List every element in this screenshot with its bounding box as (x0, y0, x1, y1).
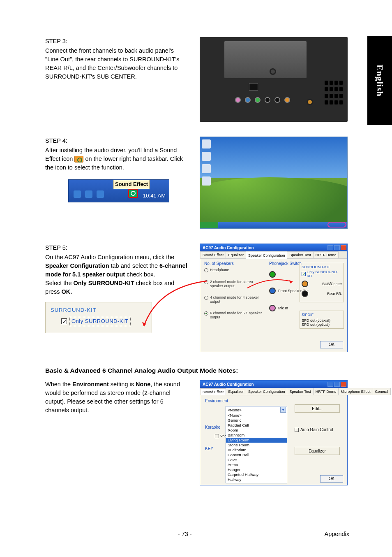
window-title: AC97 Audio Configuration (203, 246, 254, 250)
window-controls[interactable] (327, 245, 346, 250)
edit-button[interactable]: Edit... (295, 404, 340, 413)
language-tab-label: English (374, 65, 385, 97)
environment-option[interactable]: Room (226, 428, 287, 433)
environment-dropdown[interactable]: <None>▾ <None>GenericPadded CellRoomBath… (226, 406, 287, 483)
spdif-groupbox: S/PDIF SPD out (coaxial) SPD out (optica… (300, 311, 344, 329)
phonejack-label: Phonejack Switch (269, 261, 302, 266)
tab-equalizer[interactable]: Equalizer (226, 251, 246, 258)
notes-row: When the Environment setting is None, th… (45, 380, 349, 485)
opt-2ch[interactable]: 2 channel mode for stereo speaker output (204, 280, 266, 288)
environment-option-list[interactable]: <None>GenericPadded CellRoomBathroomLivi… (226, 413, 287, 483)
section-name: Appendix (325, 531, 349, 537)
language-tab: English (367, 36, 392, 125)
notes-body: When the Environment setting is None, th… (45, 380, 187, 415)
tab-bar[interactable]: Sound Effect Equalizer Speaker Configura… (200, 251, 347, 259)
environment-selected: <None> (228, 408, 242, 412)
speaker-mode-radios: Headphone 2 channel mode for stereo spea… (204, 268, 266, 327)
taskbar-tray-crop: Sound Effect 10:41 AM (68, 179, 169, 202)
chevron-down-icon[interactable]: ▾ (280, 407, 286, 413)
environment-option[interactable]: Auditorium (226, 448, 287, 453)
page-footer: - 73 - Appendix (45, 528, 349, 537)
surround-kit-groupbox: SURROUND-KIT Only SURROUND-KIT SUB/Cente… (300, 263, 344, 302)
page-number: - 73 - (178, 531, 192, 537)
surround-kit-title: SURROUND-KIT (51, 306, 147, 314)
step5-row: STEP 5: On the AC97 Audio Configuration … (45, 244, 349, 352)
tab-speaker-configuration[interactable]: Speaker Configuration (246, 252, 288, 259)
environment-option[interactable]: <None> (226, 413, 287, 418)
tab-equalizer[interactable]: Equalizer (226, 388, 246, 395)
environment-option[interactable]: Arena (226, 462, 287, 467)
jack-icon (302, 290, 308, 297)
step4-row: STEP 4: After installing the audio drive… (45, 137, 349, 229)
tab-bar[interactable]: Sound Effect Equalizer Speaker Configura… (200, 388, 347, 395)
equalizer-button[interactable]: Equalizer (295, 447, 340, 455)
tab-mic[interactable]: Microphone Effect (338, 388, 373, 395)
step3-heading: STEP 3: (45, 37, 187, 46)
environment-option[interactable]: Stone Room (226, 443, 287, 448)
pc-back-panel-illustration (200, 37, 348, 122)
tab-hrtf[interactable]: HRTF Demo (313, 251, 339, 258)
environment-option[interactable]: Padded Cell (226, 423, 287, 428)
window-controls[interactable] (327, 382, 346, 387)
tab-speaker-configuration[interactable]: Speaker Configuration (246, 388, 288, 395)
ac97-speaker-config-window: AC97 Audio Configuration Sound Effect Eq… (200, 244, 348, 352)
environment-option[interactable]: Bathroom (226, 433, 287, 438)
sound-effect-icon (74, 156, 83, 162)
jack-icon (302, 281, 308, 287)
jack-icon (269, 305, 276, 311)
environment-option[interactable]: Carpeted Hallway (226, 472, 287, 477)
auto-gain-checkbox[interactable]: Auto Gain Control (295, 427, 340, 432)
opt-4ch[interactable]: 4 channel mode for 4 speaker output (204, 295, 266, 304)
opt-headphone[interactable]: Headphone (204, 268, 266, 272)
only-surround-kit-label: Only SURROUND-KIT (69, 317, 131, 326)
tab-speaker-test[interactable]: Speaker Test (287, 251, 313, 258)
notes-heading: Basic & Advanced 6 Channel Analog Audio … (45, 367, 349, 374)
opt-6ch[interactable]: 6 channel mode for 5.1 speaker output (204, 311, 266, 319)
no-of-speakers-label: No. of Speakers (204, 261, 234, 266)
voc-checkbox[interactable]: Voc (215, 434, 226, 438)
karaoke-label: Karaoke (205, 425, 220, 429)
environment-option[interactable]: Hallway (226, 477, 287, 482)
environment-option[interactable]: Living Room (226, 438, 287, 443)
windows-desktop-screenshot (200, 137, 348, 229)
step5-p2: Select the Only SURROUND-KIT check box a… (45, 279, 187, 296)
step4-body: After installing the audio driver, you'l… (45, 146, 187, 172)
only-surround-kit-checkbox[interactable] (61, 318, 67, 324)
tab-hrtf[interactable]: HRTF Demo (313, 388, 339, 395)
step3-body: Connect the front channels to back audio… (45, 46, 187, 81)
step5-heading: STEP 5: (45, 244, 187, 252)
sound-effect-tooltip: Sound Effect (113, 180, 150, 189)
window-title: AC97 Audio Configuration (203, 382, 254, 387)
tab-speaker-test[interactable]: Speaker Test (287, 388, 313, 395)
callout-ring (327, 222, 346, 227)
ok-button[interactable]: OK (320, 475, 343, 483)
environment-option[interactable]: Hanger (226, 467, 287, 472)
environment-option[interactable]: Concert Hall (226, 453, 287, 457)
jack-icon (269, 271, 276, 278)
tab-sound-effect[interactable]: Sound Effect (200, 251, 226, 258)
surround-kit-crop: SURROUND-KIT Only SURROUND-KIT (45, 302, 152, 333)
tray-sound-icon[interactable] (128, 189, 138, 198)
environment-option[interactable]: Generic (226, 418, 287, 423)
jack-icon (269, 288, 276, 294)
environment-option[interactable]: Cave (226, 457, 287, 462)
tray-clock: 10:41 AM (143, 192, 166, 200)
ac97-sound-effect-window: AC97 Audio Configuration Sound Effect Eq… (200, 380, 348, 485)
environment-label: Environment (205, 399, 228, 403)
step4-heading: STEP 4: (45, 137, 187, 145)
step3-row: STEP 3: Connect the front channels to ba… (45, 37, 349, 122)
ok-button[interactable]: OK (320, 341, 343, 348)
tab-sound-effect[interactable]: Sound Effect (200, 388, 226, 395)
only-surround-kit-checkbox-win[interactable]: Only SURROUND-KIT (302, 270, 342, 278)
tab-general[interactable]: General (373, 388, 391, 395)
key-label: KEY (205, 446, 213, 451)
start-button[interactable] (200, 222, 218, 228)
environment-option[interactable]: Stone Corridor (226, 482, 287, 483)
step5-p1: On the AC97 Audio Configuration menu, cl… (45, 253, 187, 279)
